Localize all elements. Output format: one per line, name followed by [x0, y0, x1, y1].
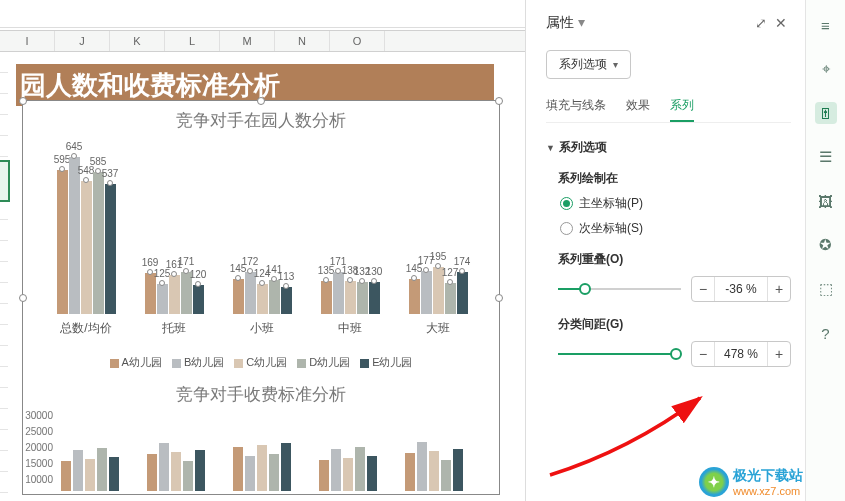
bar[interactable]: 125 — [157, 284, 168, 314]
chart1-plot[interactable]: 595645548585537总数/均价169125161171120托班145… — [45, 137, 483, 337]
series-options-section[interactable]: ▼ 系列选项 — [546, 139, 791, 156]
bar[interactable]: 585 — [93, 172, 104, 314]
bar[interactable]: 645 — [69, 157, 80, 314]
column-headers[interactable]: I J K L M N O — [0, 30, 525, 52]
decrease-button[interactable]: − — [692, 277, 714, 301]
style-icon[interactable]: ☰ — [815, 146, 837, 168]
bar[interactable]: 145 — [409, 279, 420, 314]
col-header[interactable]: J — [55, 31, 110, 51]
category-label: 大班 — [397, 320, 479, 337]
bar[interactable] — [233, 447, 243, 491]
bar[interactable]: 595 — [57, 170, 68, 315]
decrease-button[interactable]: − — [692, 342, 714, 366]
bar[interactable]: 135 — [321, 281, 332, 314]
col-header[interactable]: I — [0, 31, 55, 51]
bar[interactable] — [355, 447, 365, 491]
col-header[interactable]: N — [275, 31, 330, 51]
overlap-slider[interactable] — [558, 281, 681, 297]
bar[interactable]: 124 — [257, 284, 268, 314]
bar[interactable]: 138 — [345, 281, 356, 315]
triangle-down-icon: ▼ — [546, 143, 555, 153]
series-options-dropdown[interactable]: 系列选项 ▾ — [546, 50, 631, 79]
bar[interactable] — [97, 448, 107, 491]
chart-legend[interactable]: A幼儿园B幼儿园C幼儿园D幼儿园E幼儿园 — [23, 355, 499, 370]
embedded-chart[interactable]: 竞争对手在园人数分析 595645548585537总数/均价169125161… — [22, 100, 500, 495]
bar[interactable]: 127 — [445, 283, 456, 314]
watermark: ✦ 极光下载站 www.xz7.com — [699, 467, 803, 497]
legend-item[interactable]: A幼儿园 — [110, 356, 162, 368]
bar[interactable]: 169 — [145, 273, 156, 314]
bar[interactable] — [85, 459, 95, 491]
tab-series[interactable]: 系列 — [670, 97, 694, 122]
bar[interactable]: 171 — [333, 272, 344, 314]
bar[interactable] — [195, 450, 205, 491]
bar[interactable] — [245, 456, 255, 491]
bar[interactable]: 145 — [233, 279, 244, 314]
bar[interactable] — [269, 454, 279, 491]
gap-slider[interactable] — [558, 346, 681, 362]
bar[interactable] — [61, 461, 71, 491]
cursor-icon[interactable]: ⌖ — [815, 58, 837, 80]
bar[interactable] — [331, 449, 341, 491]
bar[interactable] — [159, 443, 169, 491]
bar[interactable] — [405, 453, 415, 491]
bar[interactable] — [171, 452, 181, 491]
map-icon[interactable]: ⬚ — [815, 278, 837, 300]
bar[interactable] — [453, 449, 463, 491]
col-header[interactable]: K — [110, 31, 165, 51]
bar[interactable]: 120 — [193, 285, 204, 314]
tab-fill-line[interactable]: 填充与线条 — [546, 97, 606, 122]
bar[interactable]: 141 — [269, 280, 280, 314]
bar[interactable]: 161 — [169, 275, 180, 314]
gap-spinner[interactable]: − 478 % + — [691, 341, 791, 367]
bar[interactable] — [183, 461, 193, 491]
bar[interactable] — [147, 454, 157, 491]
bar[interactable]: 177 — [421, 271, 432, 314]
pin-icon[interactable]: ⤢ — [751, 15, 771, 31]
bar[interactable]: 537 — [105, 184, 116, 314]
col-header[interactable]: M — [220, 31, 275, 51]
col-header[interactable]: L — [165, 31, 220, 51]
increase-button[interactable]: + — [768, 342, 790, 366]
link-icon[interactable]: ✪ — [815, 234, 837, 256]
legend-item[interactable]: C幼儿园 — [234, 356, 287, 368]
tab-effects[interactable]: 效果 — [626, 97, 650, 122]
bar[interactable] — [429, 451, 439, 491]
bar[interactable]: 113 — [281, 287, 292, 314]
radio-primary-axis[interactable]: 主坐标轴(P) — [560, 195, 791, 212]
chart2-plot[interactable] — [57, 411, 483, 491]
category-label: 中班 — [309, 320, 391, 337]
hamburger-icon[interactable]: ≡ — [815, 14, 837, 36]
category-label: 托班 — [133, 320, 215, 337]
col-header[interactable]: O — [330, 31, 385, 51]
properties-panel: 属性 ▾ ⤢ ✕ 系列选项 ▾ 填充与线条 效果 系列 ▼ 系列选项 系列绘制在… — [525, 0, 805, 501]
legend-item[interactable]: D幼儿园 — [297, 356, 350, 368]
image-icon[interactable]: 🖼 — [815, 190, 837, 212]
radio-secondary-axis[interactable]: 次坐标轴(S) — [560, 220, 791, 237]
bar[interactable] — [417, 442, 427, 491]
settings-icon[interactable]: 🎚 — [815, 102, 837, 124]
watermark-logo-icon: ✦ — [699, 467, 729, 497]
bar[interactable] — [343, 458, 353, 491]
overlap-spinner[interactable]: − -36 % + — [691, 276, 791, 302]
bar[interactable] — [281, 443, 291, 491]
bar[interactable]: 174 — [457, 272, 468, 314]
close-icon[interactable]: ✕ — [771, 15, 791, 31]
formula-bar[interactable] — [0, 0, 525, 28]
bar[interactable]: 548 — [81, 181, 92, 314]
bar[interactable] — [441, 460, 451, 491]
overlap-value[interactable]: -36 % — [714, 277, 768, 301]
bar[interactable] — [73, 450, 83, 491]
bar[interactable] — [319, 460, 329, 491]
bar[interactable] — [257, 445, 267, 491]
legend-item[interactable]: B幼儿园 — [172, 356, 224, 368]
bar[interactable] — [109, 457, 119, 491]
help-icon[interactable]: ? — [815, 322, 837, 344]
bar[interactable]: 130 — [369, 282, 380, 314]
legend-item[interactable]: E幼儿园 — [360, 356, 412, 368]
increase-button[interactable]: + — [768, 277, 790, 301]
gap-value[interactable]: 478 % — [714, 342, 768, 366]
bar[interactable]: 132 — [357, 282, 368, 314]
bar[interactable] — [367, 456, 377, 491]
cell-selection[interactable] — [0, 160, 10, 202]
